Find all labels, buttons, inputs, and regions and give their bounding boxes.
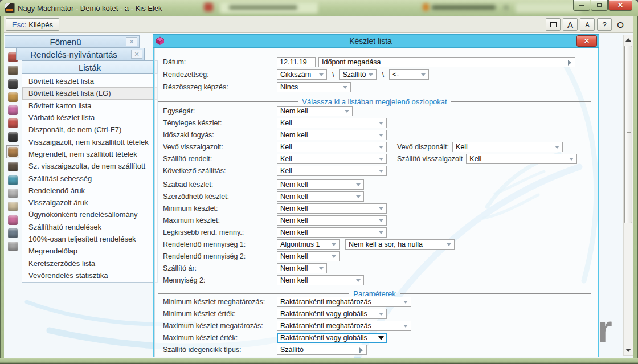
list-item[interactable]: Vevőrendelés statisztika bbox=[22, 269, 157, 281]
scroll-up-button[interactable] bbox=[624, 35, 633, 44]
list-item[interactable]: Szállítási sebesség bbox=[22, 172, 157, 184]
list-item-selected[interactable]: Bővített készlet lista (LG) bbox=[22, 87, 157, 99]
listak-panel-header[interactable]: Listák bbox=[22, 60, 158, 74]
keszlet-lista-dialog: Készlet lista ✕ Dátum: 12.11.19 Időpont … bbox=[153, 34, 599, 357]
window-titlebar[interactable]: Nagy Machinátor - Demó kötet - a - Kis E… bbox=[0, 0, 638, 16]
chevron-down-icon bbox=[379, 158, 383, 161]
fomenu-panel-header[interactable]: Főmenü ✕ bbox=[5, 35, 140, 48]
list-item[interactable]: Diszponált, de nem (Ctrl-F7) bbox=[22, 124, 157, 136]
font-large-button[interactable]: A bbox=[563, 18, 578, 31]
max-keszlet-meghatarozas-select[interactable]: Raktárankénti meghatározás bbox=[277, 321, 411, 331]
list-item[interactable]: Szállítható rendelések bbox=[22, 221, 157, 233]
fomenu-close-button[interactable]: ✕ bbox=[126, 37, 137, 46]
list-item[interactable]: Keretszerződés lista bbox=[22, 257, 157, 269]
circle-button[interactable]: O bbox=[614, 18, 627, 31]
app-toolbar-icon[interactable] bbox=[8, 202, 18, 211]
tenyleges-keszlet-select[interactable]: Kell bbox=[277, 118, 387, 128]
list-item[interactable]: Bővített készlet lista bbox=[22, 75, 157, 87]
szallito-rendelt-select[interactable]: Kell bbox=[277, 154, 387, 164]
app-toolbar-icon[interactable] bbox=[8, 162, 18, 171]
list-item[interactable]: 100%-osan teljesített rendelések bbox=[22, 233, 157, 245]
list-item[interactable]: Visszaigazolt áruk bbox=[22, 197, 157, 208]
szallito-visszaigazolt-select[interactable]: Kell bbox=[466, 154, 577, 164]
app-toolbar-icon[interactable] bbox=[8, 132, 18, 142]
scroll-down-button[interactable] bbox=[624, 346, 633, 354]
app-toolbar-icon[interactable] bbox=[8, 79, 18, 89]
app-toolbar-icon-selected[interactable] bbox=[6, 145, 19, 158]
szallito-ar-select[interactable]: Nem kell bbox=[277, 263, 327, 273]
vevo-diszponalt-select[interactable]: Kell bbox=[452, 142, 563, 152]
minimize-button[interactable] bbox=[573, 0, 590, 11]
szallito-idegencikk-field[interactable]: Szállító bbox=[277, 345, 367, 355]
rendeles-close-button[interactable]: ✕ bbox=[131, 50, 142, 59]
min-keszlet-ertek-select[interactable]: Raktárankénti vagy globális bbox=[277, 309, 387, 319]
list-item[interactable]: Várható készlet lista bbox=[22, 112, 157, 124]
row-szabad-keszlet: Szabad készlet: Nem kell bbox=[163, 179, 364, 190]
kovetkezo-szallitas-select[interactable]: Kell bbox=[277, 166, 387, 176]
list-item[interactable]: Megrendelt, nem szállított tételek bbox=[22, 148, 157, 160]
min-keszlet-meghatarozas-select[interactable]: Raktárankénti meghatározás bbox=[277, 297, 411, 307]
scrollbar-thumb[interactable] bbox=[624, 46, 632, 223]
list-item[interactable]: Visszaigazolt, nem kiszállított tételek bbox=[22, 136, 157, 148]
app-toolbar-icon[interactable] bbox=[8, 189, 18, 198]
client-area: r Főmenü ✕ Rendelés-nyilvántartás bbox=[4, 33, 633, 358]
rendezettseg-select-2[interactable]: Szállító bbox=[339, 69, 377, 80]
app-toolbar-icon[interactable] bbox=[8, 105, 18, 115]
szabad-keszlet-select[interactable]: Nem kell bbox=[277, 179, 364, 190]
dialog-titlebar[interactable]: Készlet lista ✕ bbox=[153, 34, 599, 48]
close-button[interactable]: ✕ bbox=[608, 0, 632, 11]
max-keszlet-ertek-select[interactable]: Raktárankénti vagy globális bbox=[277, 333, 387, 343]
rendelendo-1-select[interactable]: Algoritmus 1 bbox=[277, 239, 340, 250]
help-button[interactable]: ? bbox=[597, 18, 612, 31]
maximize-button[interactable] bbox=[591, 0, 608, 11]
maximum-keszlet-select[interactable]: Nem kell bbox=[277, 215, 387, 226]
app-toolbar-icon[interactable] bbox=[8, 92, 18, 102]
app-toolbar-icon[interactable] bbox=[8, 66, 18, 75]
idoszaki-fogyas-select[interactable]: Nem kell bbox=[277, 130, 387, 140]
vevo-visszaigazolt-select[interactable]: Kell bbox=[277, 142, 387, 152]
mennyiseg-2-select[interactable]: Nem kell bbox=[277, 275, 364, 285]
szerzodheto-keszlet-select[interactable]: Nem kell bbox=[277, 191, 364, 202]
blurred-tab bbox=[516, 3, 581, 13]
row-rendelendo-2: Rendelendő mennyiség 2: Nem kell bbox=[163, 251, 340, 261]
close-icon: ✕ bbox=[584, 38, 590, 44]
list-item[interactable]: Ügynökönkénti rendelésállomány bbox=[22, 208, 157, 220]
chevron-down-icon bbox=[332, 255, 336, 258]
side-icon-strip bbox=[5, 52, 20, 255]
rectangle-button[interactable] bbox=[546, 18, 561, 31]
app-window: Nagy Machinátor - Demó kötet - a - Kis E… bbox=[0, 0, 638, 364]
egysegar-select[interactable]: Nem kell bbox=[277, 106, 353, 116]
dialog-close-button[interactable]: ✕ bbox=[576, 35, 597, 47]
reszosszeg-select[interactable]: Nincs bbox=[277, 82, 351, 92]
chevron-down-icon bbox=[356, 279, 361, 282]
date-input[interactable]: 12.11.19 bbox=[277, 57, 316, 67]
vertical-scrollbar[interactable] bbox=[623, 35, 633, 356]
window-bottom-border bbox=[0, 358, 638, 364]
minimum-keszlet-select[interactable]: Nem kell bbox=[277, 203, 387, 214]
app-toolbar-icon[interactable] bbox=[8, 215, 18, 225]
list-item[interactable]: Rendelendő áruk bbox=[22, 185, 157, 197]
list-item[interactable]: Sz. visszaigazolta, de nem szállított bbox=[22, 160, 157, 172]
row-rendezettseg: Rendezettség: Cikkszám \ Szállító \ <- bbox=[163, 69, 429, 80]
close-icon: ✕ bbox=[617, 2, 623, 9]
rendezettseg-select-3[interactable]: <- bbox=[389, 69, 429, 80]
row-mennyiseg-2: Mennyiség 2: Nem kell bbox=[163, 275, 364, 285]
main-toolbar: Esc: Kilépés A A ? O bbox=[4, 16, 633, 33]
font-small-button[interactable]: A bbox=[580, 18, 595, 31]
idopont-value: Időpont megadása bbox=[322, 58, 381, 66]
app-toolbar-icon[interactable] bbox=[8, 175, 18, 185]
minimize-icon bbox=[579, 5, 584, 6]
rendelendo-2-select[interactable]: Nem kell bbox=[277, 251, 340, 261]
legkissebb-rend-select[interactable]: Nem kell bbox=[277, 227, 387, 238]
rendeles-panel-header[interactable]: Rendelés-nyilvántartás ✕ bbox=[16, 48, 145, 60]
rendelendo-1-mode-select[interactable]: Nem kell a sor, ha nulla bbox=[345, 239, 455, 250]
idopont-field[interactable]: Időpont megadása bbox=[318, 57, 575, 67]
app-toolbar-icon[interactable] bbox=[8, 228, 18, 238]
app-toolbar-icon[interactable] bbox=[8, 118, 18, 128]
list-item[interactable]: Bővített karton lista bbox=[22, 100, 157, 112]
chevron-down-icon bbox=[319, 267, 324, 270]
list-item[interactable]: Megrendelőlap bbox=[22, 245, 157, 257]
rendezettseg-select-1[interactable]: Cikkszám bbox=[277, 69, 327, 80]
exit-button[interactable]: Esc: Kilépés bbox=[6, 18, 59, 31]
app-toolbar-icon[interactable] bbox=[8, 242, 18, 251]
